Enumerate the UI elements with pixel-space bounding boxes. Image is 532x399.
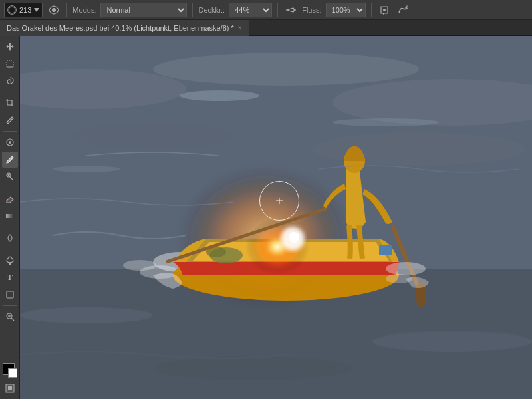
foreground-color-swatch[interactable] bbox=[3, 363, 15, 375]
svg-point-3 bbox=[288, 9, 290, 11]
color-swatches[interactable] bbox=[3, 360, 17, 375]
svg-line-7 bbox=[11, 118, 12, 120]
svg-rect-12 bbox=[6, 214, 14, 218]
svg-point-30 bbox=[53, 166, 120, 172]
flow-label: Fluss: bbox=[302, 6, 321, 14]
mode-label: Modus: bbox=[72, 6, 96, 14]
tab-close-button[interactable]: × bbox=[238, 24, 242, 31]
main-toolbar: 213 Modus: Normal Auflösen Abdunkeln Mul… bbox=[0, 0, 532, 20]
separator-2 bbox=[192, 3, 193, 17]
tool-gradient[interactable] bbox=[2, 208, 18, 224]
tab-title: Das Orakel des Meeres.psd bei 40,1% (Lic… bbox=[7, 24, 234, 32]
separator-3 bbox=[277, 3, 278, 17]
brush-options-icon[interactable] bbox=[47, 3, 61, 17]
svg-point-36 bbox=[123, 260, 156, 271]
svg-point-44 bbox=[289, 232, 299, 243]
tool-quick-mask[interactable] bbox=[2, 380, 18, 396]
svg-point-4 bbox=[383, 9, 386, 11]
tool-lasso[interactable] bbox=[2, 73, 18, 89]
brush-preview-icon bbox=[7, 5, 17, 15]
svg-point-23 bbox=[153, 53, 419, 86]
tool-marquee[interactable] bbox=[2, 56, 18, 72]
tool-separator-1 bbox=[3, 92, 17, 92]
tool-brush[interactable] bbox=[2, 152, 18, 168]
tool-pen[interactable] bbox=[2, 252, 18, 268]
svg-point-49 bbox=[386, 262, 426, 275]
tool-clone-stamp[interactable] bbox=[2, 169, 18, 185]
tool-move[interactable] bbox=[2, 39, 18, 55]
tool-shape[interactable] bbox=[2, 287, 18, 303]
tool-separator-2 bbox=[3, 131, 17, 132]
opacity-label: Deckkr.: bbox=[198, 6, 225, 14]
svg-point-25 bbox=[73, 122, 233, 149]
tool-separator-6 bbox=[3, 305, 17, 306]
opacity-select[interactable]: 44% 100% 75% 50% 25% bbox=[229, 3, 272, 17]
tool-separator-3 bbox=[3, 188, 17, 188]
svg-rect-20 bbox=[8, 386, 12, 390]
separator-4 bbox=[371, 3, 372, 17]
canvas-scene bbox=[20, 36, 532, 399]
canvas-area[interactable] bbox=[20, 36, 532, 399]
separator-1 bbox=[66, 3, 67, 17]
tab-bar: Das Orakel des Meeres.psd bei 40,1% (Lic… bbox=[0, 20, 532, 36]
flow-select[interactable]: 100% 75% 50% bbox=[326, 3, 366, 17]
tool-separator-4 bbox=[3, 227, 17, 227]
tool-text[interactable]: T bbox=[2, 269, 18, 285]
svg-point-33 bbox=[153, 356, 352, 380]
tools-sidebar: T bbox=[0, 36, 20, 399]
svg-point-29 bbox=[332, 118, 439, 126]
brush-size-control[interactable]: 213 bbox=[4, 3, 43, 17]
tool-blur[interactable] bbox=[2, 230, 18, 246]
svg-rect-41 bbox=[379, 245, 392, 255]
background-color-swatch[interactable] bbox=[8, 368, 17, 378]
tool-zoom[interactable] bbox=[2, 309, 18, 325]
scene-svg bbox=[20, 36, 532, 399]
tool-eyedropper[interactable] bbox=[2, 112, 18, 128]
smoothing-icon[interactable] bbox=[396, 3, 410, 17]
svg-rect-14 bbox=[7, 291, 13, 298]
tool-crop[interactable] bbox=[2, 95, 18, 111]
tool-heal[interactable] bbox=[2, 134, 18, 150]
text-tool-icon: T bbox=[7, 272, 13, 283]
svg-rect-6 bbox=[7, 61, 13, 67]
tablet-pressure-icon[interactable] bbox=[377, 3, 392, 17]
tool-separator-5 bbox=[3, 249, 17, 249]
chevron-down-icon bbox=[34, 8, 39, 12]
svg-point-1 bbox=[52, 8, 56, 12]
svg-point-0 bbox=[9, 7, 15, 13]
airbrush-icon[interactable] bbox=[283, 3, 298, 17]
mode-select[interactable]: Normal Auflösen Abdunkeln Multiplizieren… bbox=[100, 3, 187, 17]
svg-point-11 bbox=[8, 174, 9, 176]
svg-line-16 bbox=[11, 318, 14, 321]
svg-point-31 bbox=[20, 307, 153, 323]
tool-eraser[interactable] bbox=[2, 191, 18, 207]
brush-size-value: 213 bbox=[19, 6, 31, 14]
svg-point-13 bbox=[9, 263, 11, 265]
svg-point-28 bbox=[180, 90, 259, 101]
document-tab[interactable]: Das Orakel des Meeres.psd bei 40,1% (Lic… bbox=[0, 20, 249, 36]
main-content: T bbox=[0, 36, 532, 399]
